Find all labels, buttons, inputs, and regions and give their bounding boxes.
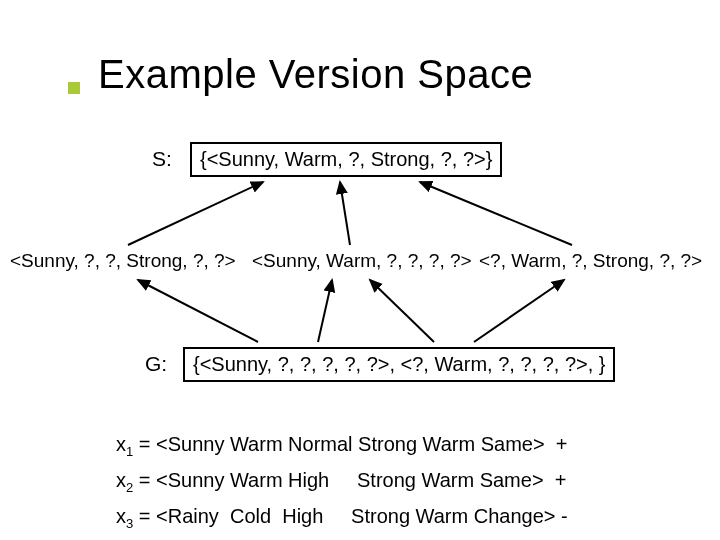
example-var: x — [116, 433, 126, 455]
hyp-right: <?, Warm, ?, Strong, ?, ?> — [479, 250, 702, 272]
arrow-right-up-icon — [420, 182, 572, 245]
example-var: x — [116, 505, 126, 527]
arrow-g-to-right-icon — [474, 280, 564, 342]
slide-title: Example Version Space — [98, 52, 533, 97]
examples-list: x1 = <Sunny Warm Normal Strong Warm Same… — [116, 430, 573, 540]
list-item: x1 = <Sunny Warm Normal Strong Warm Same… — [116, 430, 573, 466]
example-val: = <Sunny Warm High Strong Warm Same> + — [133, 469, 566, 491]
example-val: = <Sunny Warm Normal Strong Warm Same> + — [133, 433, 567, 455]
g-box: {<Sunny, ?, ?, ?, ?, ?>, <?, Warm, ?, ?,… — [183, 347, 615, 382]
arrow-g-to-center2-icon — [370, 280, 434, 342]
example-var: x — [116, 469, 126, 491]
s-box: {<Sunny, Warm, ?, Strong, ?, ?>} — [190, 142, 502, 177]
list-item: x3 = <Rainy Cold High Strong Warm Change… — [116, 502, 573, 538]
slide: Example Version Space S: {<Sunny, Warm, … — [0, 0, 720, 540]
hyp-left: <Sunny, ?, ?, Strong, ?, ?> — [10, 250, 236, 272]
g-label: G: — [145, 352, 167, 376]
bullet-icon — [68, 82, 80, 94]
list-item: x2 = <Sunny Warm High Strong Warm Same> … — [116, 466, 573, 502]
arrow-center-up-icon — [340, 182, 350, 245]
arrow-g-to-left-icon — [138, 280, 258, 342]
hyp-center: <Sunny, Warm, ?, ?, ?, ?> — [252, 250, 472, 272]
arrow-left-up-icon — [128, 182, 263, 245]
s-label: S: — [152, 147, 172, 171]
example-val: = <Rainy Cold High Strong Warm Change> - — [133, 505, 567, 527]
arrow-g-to-center1-icon — [318, 280, 332, 342]
